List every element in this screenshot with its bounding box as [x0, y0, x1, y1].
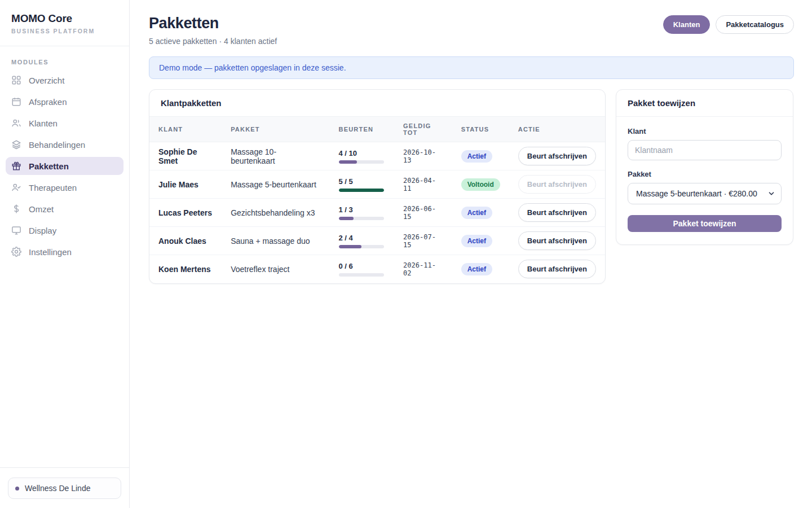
cell-klant: Julie Maes	[149, 170, 222, 199]
header-actions: Klanten Pakketcatalogus	[663, 15, 794, 34]
status-badge: Actief	[461, 150, 492, 163]
sidebar-item-instellingen[interactable]: Instellingen	[6, 243, 123, 261]
layers-icon	[11, 139, 21, 150]
cell-status: Voltooid	[452, 170, 509, 199]
beurten-count: 5 / 5	[339, 177, 386, 186]
col-geldig-tot: GELDIG TOT	[394, 117, 452, 142]
cell-beurten: 5 / 5	[330, 170, 395, 199]
sidebar-item-therapeuten[interactable]: Therapeuten	[6, 178, 123, 196]
sidebar-item-label: Therapeuten	[29, 183, 77, 192]
demo-mode-banner: Demo mode — pakketten opgeslagen in deze…	[149, 56, 794, 79]
sidebar-item-behandelingen[interactable]: Behandelingen	[6, 135, 123, 154]
cell-klant: Lucas Peeters	[149, 199, 222, 227]
klantpakketten-card: Klantpakketten KLANT PAKKET BEURTEN GELD…	[149, 89, 606, 284]
progress-fill	[339, 217, 354, 220]
beurt-afschrijven-button[interactable]: Beurt afschrijven	[518, 203, 596, 222]
cell-actie: Beurt afschrijven	[509, 199, 605, 227]
table-row: Sophie De Smet Massage 10-beurtenkaart 4…	[149, 142, 605, 170]
table-row: Anouk Claes Sauna + massage duo 2 / 4 20…	[149, 227, 605, 255]
col-status: STATUS	[452, 117, 509, 142]
col-actie: ACTIE	[509, 117, 605, 142]
cell-geldig-tot: 2026-10-13	[394, 142, 452, 170]
cell-pakket: Sauna + massage duo	[222, 227, 329, 255]
sidebar-item-overzicht[interactable]: Overzicht	[6, 71, 123, 89]
beurten-count: 4 / 10	[339, 149, 386, 157]
sidebar-item-label: Klanten	[29, 119, 58, 128]
beurt-afschrijven-button[interactable]: Beurt afschrijven	[518, 231, 596, 250]
cell-actie: Beurt afschrijven	[509, 170, 605, 199]
main-content: Pakketten 5 actieve pakketten · 4 klante…	[130, 0, 812, 508]
pakket-label: Pakket	[628, 170, 782, 178]
cell-pakket: Massage 10-beurtenkaart	[222, 142, 329, 170]
status-badge: Actief	[461, 235, 492, 247]
page-title: Pakketten	[149, 15, 277, 32]
col-pakket: PAKKET	[222, 117, 329, 142]
klant-label: Klant	[628, 127, 782, 135]
status-badge: Actief	[461, 263, 492, 275]
monitor-icon	[11, 225, 21, 235]
app-window: MOMO Core BUSINESS PLATFORM MODULES Over…	[0, 0, 812, 508]
status-dot-icon	[15, 487, 19, 491]
sidebar-item-label: Overzicht	[29, 76, 64, 85]
cell-pakket: Gezichtsbehandeling x3	[222, 199, 329, 227]
org-selector[interactable]: Wellness De Linde	[8, 478, 121, 499]
status-badge: Voltooid	[461, 178, 500, 191]
sidebar: MOMO Core BUSINESS PLATFORM MODULES Over…	[0, 0, 130, 508]
org-name: Wellness De Linde	[25, 484, 90, 493]
col-klant: KLANT	[149, 117, 222, 142]
sidebar-item-display[interactable]: Display	[6, 221, 123, 239]
progress-bar	[339, 273, 384, 277]
table-row: Lucas Peeters Gezichtsbehandeling x3 1 /…	[149, 199, 605, 227]
klanten-button[interactable]: Klanten	[663, 15, 710, 34]
klantnaam-input[interactable]	[628, 140, 782, 160]
progress-bar	[339, 245, 384, 248]
gear-icon	[11, 247, 21, 257]
cell-pakket: Massage 5-beurtenkaart	[222, 170, 329, 199]
sidebar-item-klanten[interactable]: Klanten	[6, 114, 123, 132]
cell-geldig-tot: 2026-06-15	[394, 199, 452, 227]
cell-actie: Beurt afschrijven	[509, 255, 605, 283]
cell-status: Actief	[452, 142, 509, 170]
progress-fill	[339, 245, 361, 248]
cell-klant: Anouk Claes	[149, 227, 222, 255]
sidebar-item-pakketten[interactable]: Pakketten	[6, 157, 123, 175]
cell-actie: Beurt afschrijven	[509, 142, 605, 170]
sidebar-footer: Wellness De Linde	[0, 467, 129, 508]
col-beurten: BEURTEN	[330, 117, 395, 142]
beurten-count: 1 / 3	[339, 205, 386, 214]
status-badge: Actief	[461, 207, 492, 219]
pakket-toewijzen-button[interactable]: Pakket toewijzen	[628, 215, 782, 232]
cell-status: Actief	[452, 255, 509, 283]
progress-fill	[339, 189, 384, 192]
sidebar-item-omzet[interactable]: Omzet	[6, 200, 123, 218]
cell-actie: Beurt afschrijven	[509, 227, 605, 255]
beurten-count: 0 / 6	[339, 262, 386, 270]
sidebar-item-afspraken[interactable]: Afspraken	[6, 93, 123, 111]
pakket-select[interactable]: Massage 5-beurtenkaart · €280.00	[628, 183, 782, 204]
grid-icon	[11, 75, 21, 85]
cell-geldig-tot: 2026-04-11	[394, 170, 452, 199]
cell-klant: Sophie De Smet	[149, 142, 222, 170]
beurt-afschrijven-button[interactable]: Beurt afschrijven	[518, 260, 596, 278]
users-icon	[11, 118, 21, 128]
cell-geldig-tot: 2026-07-15	[394, 227, 452, 255]
gift-icon	[11, 161, 21, 171]
cell-pakket: Voetreflex traject	[222, 255, 329, 283]
cell-beurten: 4 / 10	[330, 142, 395, 170]
cell-beurten: 0 / 6	[330, 255, 395, 283]
progress-bar	[339, 217, 384, 220]
pakketcatalogus-button[interactable]: Pakketcatalogus	[716, 15, 794, 34]
brand-subtitle: BUSINESS PLATFORM	[11, 28, 118, 34]
user-check-icon	[11, 182, 21, 192]
calendar-icon	[11, 97, 21, 107]
sidebar-item-label: Pakketten	[29, 161, 69, 171]
sidebar-item-label: Behandelingen	[29, 140, 85, 150]
page-header: Pakketten 5 actieve pakketten · 4 klante…	[149, 15, 794, 46]
sidebar-item-label: Omzet	[29, 204, 54, 214]
pakket-toewijzen-title: Pakket toewijzen	[616, 90, 793, 117]
table-row: Julie Maes Massage 5-beurtenkaart 5 / 5 …	[149, 170, 605, 199]
beurt-afschrijven-button-disabled: Beurt afschrijven	[518, 175, 596, 194]
dollar-icon	[11, 204, 21, 214]
progress-bar	[339, 160, 384, 164]
beurt-afschrijven-button[interactable]: Beurt afschrijven	[518, 147, 596, 165]
